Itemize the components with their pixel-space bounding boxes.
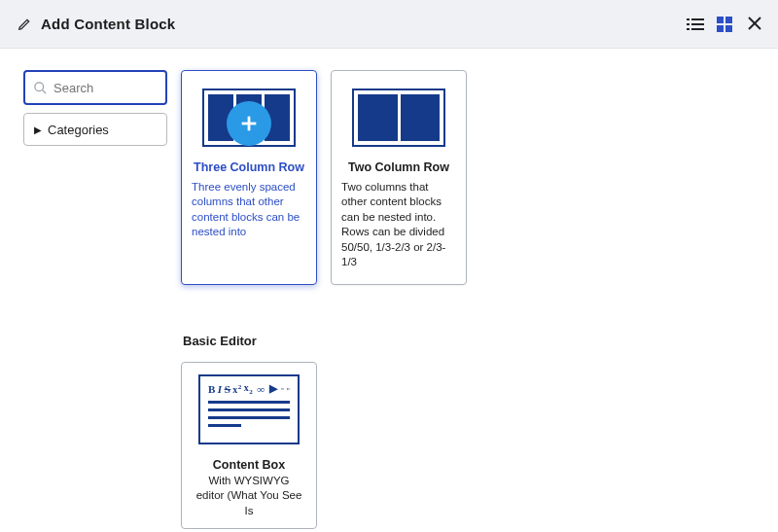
card-description: Two columns that other content blocks ca…: [341, 180, 456, 270]
list-view-toggle[interactable]: [685, 14, 706, 35]
add-icon: [227, 101, 271, 146]
modal-title: Add Content Block: [41, 16, 175, 32]
grid-view-toggle[interactable]: [714, 14, 735, 35]
sidebar: ▶ Categories: [23, 70, 167, 532]
search-input[interactable]: [52, 80, 158, 96]
search-input-wrapper[interactable]: [23, 70, 167, 105]
card-description: Three evenly spaced columns that other c…: [192, 180, 306, 240]
svg-rect-5: [691, 28, 704, 30]
close-button[interactable]: [745, 14, 764, 35]
caret-right-icon: ▶: [34, 124, 42, 135]
card-title: Two Column Row: [341, 160, 456, 176]
modal-header: Add Content Block: [0, 0, 778, 49]
block-card-three-column-row[interactable]: Three Column Row Three evenly spaced col…: [181, 70, 317, 285]
svg-rect-3: [691, 23, 704, 25]
svg-rect-2: [687, 23, 690, 25]
block-card-two-column-row[interactable]: Two Column Row Two columns that other co…: [331, 70, 467, 285]
categories-toggle[interactable]: ▶ Categories: [23, 113, 167, 146]
svg-rect-8: [717, 25, 724, 32]
thumbnail-content-box: BIS x2 x2 ∞ ▶: [198, 374, 300, 444]
categories-label: Categories: [48, 123, 109, 137]
svg-point-18: [287, 388, 288, 389]
svg-point-12: [35, 82, 44, 90]
svg-rect-0: [687, 18, 690, 20]
svg-rect-1: [691, 18, 704, 20]
section-heading-basic-editor: Basic Editor: [183, 334, 778, 348]
svg-rect-4: [687, 28, 690, 30]
thumbnail-three-column: [192, 83, 306, 153]
svg-point-20: [287, 389, 288, 390]
svg-rect-9: [725, 25, 732, 32]
svg-rect-7: [725, 17, 732, 23]
svg-line-13: [43, 89, 46, 92]
card-title: Three Column Row: [192, 160, 306, 176]
svg-rect-6: [717, 17, 724, 23]
block-card-content-box[interactable]: BIS x2 x2 ∞ ▶: [181, 362, 317, 530]
card-title: Content Box: [194, 458, 304, 472]
block-gallery: Three Column Row Three evenly spaced col…: [181, 70, 778, 532]
thumbnail-two-column: [341, 83, 456, 153]
pencil-icon: [18, 18, 31, 31]
card-description: With WYSIWYG editor (What You See Is: [194, 474, 304, 519]
search-icon: [33, 81, 48, 95]
